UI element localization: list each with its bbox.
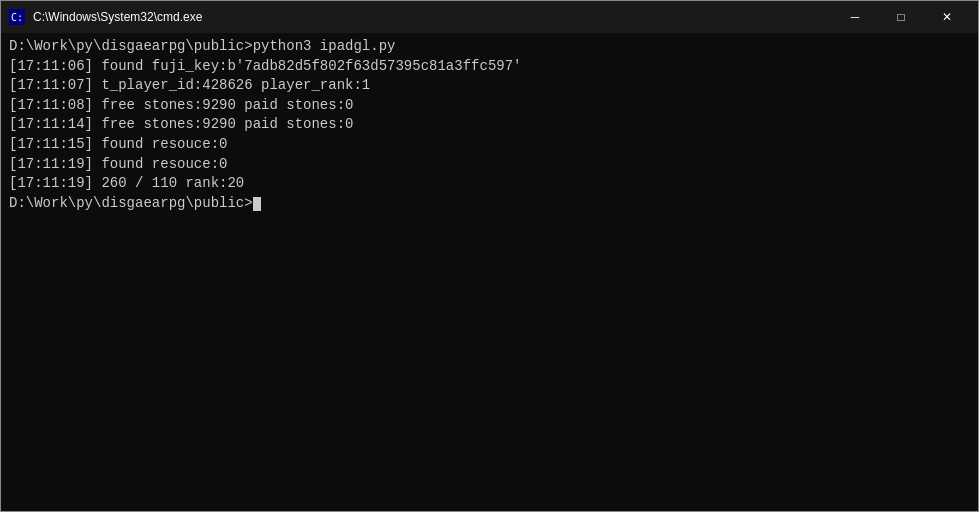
minimize-button[interactable]: ─ bbox=[832, 1, 878, 33]
window-controls: ─ □ ✕ bbox=[832, 1, 970, 33]
terminal-line: D:\Work\py\disgaearpg\public> bbox=[9, 194, 970, 214]
titlebar: C: C:\Windows\System32\cmd.exe ─ □ ✕ bbox=[1, 1, 978, 33]
terminal-body[interactable]: D:\Work\py\disgaearpg\public>python3 ipa… bbox=[1, 33, 978, 511]
cmd-icon: C: bbox=[9, 9, 25, 25]
cursor bbox=[253, 197, 261, 211]
svg-text:C:: C: bbox=[11, 12, 23, 23]
terminal-line: [17:11:14] free stones:9290 paid stones:… bbox=[9, 115, 970, 135]
maximize-button[interactable]: □ bbox=[878, 1, 924, 33]
terminal-line: [17:11:19] 260 / 110 rank:20 bbox=[9, 174, 970, 194]
titlebar-left: C: C:\Windows\System32\cmd.exe bbox=[9, 9, 202, 25]
close-button[interactable]: ✕ bbox=[924, 1, 970, 33]
terminal-line: [17:11:07] t_player_id:428626 player_ran… bbox=[9, 76, 970, 96]
terminal-line: [17:11:15] found resouce:0 bbox=[9, 135, 970, 155]
window-title: C:\Windows\System32\cmd.exe bbox=[33, 10, 202, 24]
cmd-window: C: C:\Windows\System32\cmd.exe ─ □ ✕ D:\… bbox=[0, 0, 979, 512]
terminal-line: [17:11:08] free stones:9290 paid stones:… bbox=[9, 96, 970, 116]
terminal-line: D:\Work\py\disgaearpg\public>python3 ipa… bbox=[9, 37, 970, 57]
terminal-line: [17:11:06] found fuji_key:b'7adb82d5f802… bbox=[9, 57, 970, 77]
terminal-line: [17:11:19] found resouce:0 bbox=[9, 155, 970, 175]
